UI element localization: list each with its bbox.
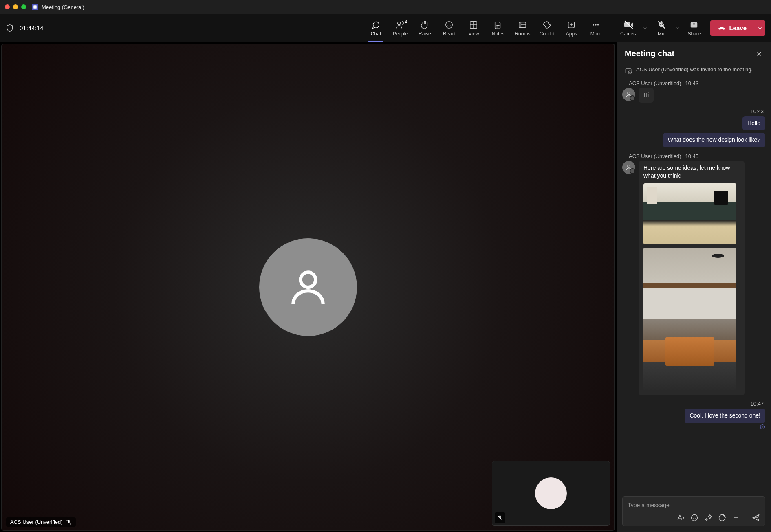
- message-bubble[interactable]: Hello: [742, 116, 765, 131]
- ai-button[interactable]: [704, 514, 712, 522]
- title-wrap: Meeting (General): [32, 4, 84, 10]
- system-message-text: ACS User (Unverified) was invited to the…: [636, 66, 753, 75]
- attached-image-1[interactable]: [643, 183, 736, 244]
- message-bubble[interactable]: What does the new design look like?: [663, 133, 765, 147]
- loop-button[interactable]: [718, 514, 726, 522]
- share-button[interactable]: Share: [682, 16, 706, 40]
- sparkle-icon: [704, 514, 712, 522]
- leave-label: Leave: [729, 24, 747, 31]
- hand-icon: [420, 20, 429, 30]
- plus-icon: [732, 514, 740, 522]
- svg-point-8: [597, 24, 599, 25]
- message-group-self: 10:43 Hello What does the new design loo…: [622, 108, 765, 147]
- message-input[interactable]: [628, 501, 760, 510]
- message-text: Here are some ideas, let me know what yo…: [643, 165, 730, 179]
- message-sender: ACS User (Unverified): [629, 80, 681, 86]
- rooms-button[interactable]: Rooms: [510, 16, 535, 40]
- message-bubble[interactable]: Hi: [639, 88, 654, 103]
- participant-name: ACS User (Unverified): [10, 519, 63, 525]
- close-chat-button[interactable]: [756, 50, 763, 57]
- sender-avatar[interactable]: [622, 161, 635, 174]
- people-icon: 2: [396, 20, 405, 30]
- message-meta: ACS User (Unverified) 10:43: [622, 80, 765, 86]
- emoji-icon: [690, 514, 698, 522]
- meeting-timer: 01:44:14: [20, 24, 43, 31]
- svg-rect-0: [33, 5, 37, 9]
- read-receipt-icon: [760, 424, 765, 430]
- camera-button[interactable]: Camera: [617, 16, 641, 40]
- copilot-button[interactable]: Copilot: [535, 16, 559, 40]
- svg-point-15: [760, 424, 765, 429]
- mic-label: Mic: [658, 31, 665, 37]
- notes-label: Notes: [492, 31, 504, 37]
- message-bubble[interactable]: Cool, I love the second one!: [685, 409, 765, 423]
- emoji-button[interactable]: [690, 514, 698, 522]
- apps-button[interactable]: Apps: [559, 16, 584, 40]
- people-button[interactable]: 2 People: [388, 16, 412, 40]
- leave-options-chevron[interactable]: [754, 20, 765, 36]
- add-button[interactable]: [732, 514, 740, 522]
- view-button[interactable]: View: [461, 16, 486, 40]
- minimize-window-button[interactable]: [13, 4, 18, 9]
- rooms-icon: [518, 20, 527, 30]
- camera-options-chevron[interactable]: [641, 26, 649, 31]
- people-label: People: [393, 31, 408, 37]
- notes-button[interactable]: Notes: [486, 16, 510, 40]
- loop-icon: [718, 514, 726, 522]
- mic-button[interactable]: Mic: [649, 16, 674, 40]
- apps-label: Apps: [566, 31, 577, 37]
- chat-title: Meeting chat: [625, 49, 674, 58]
- person-icon: [625, 91, 632, 98]
- message-time: 10:43: [685, 80, 699, 86]
- self-view[interactable]: [492, 461, 610, 526]
- emoji-icon: [445, 20, 454, 30]
- window-title: Meeting (General): [42, 4, 84, 10]
- teams-app-icon: [32, 4, 38, 10]
- react-button[interactable]: React: [437, 16, 461, 40]
- participant-avatar: [259, 238, 357, 336]
- message-group: ACS User (Unverified) 10:45 Here are som…: [622, 153, 765, 395]
- system-message: ACS User (Unverified) was invited to the…: [622, 63, 765, 80]
- chat-input-area: [617, 492, 771, 532]
- chat-label: Chat: [371, 31, 381, 37]
- svg-point-1: [398, 22, 401, 24]
- shield-icon[interactable]: [6, 24, 14, 32]
- send-button[interactable]: [752, 514, 760, 522]
- more-label: More: [590, 31, 601, 37]
- format-button[interactable]: [676, 514, 685, 522]
- close-window-button[interactable]: [5, 4, 10, 9]
- tool-divider: [746, 514, 746, 522]
- svg-point-10: [301, 272, 316, 287]
- message-bubble[interactable]: Here are some ideas, let me know what yo…: [639, 161, 745, 395]
- mic-options-chevron[interactable]: [674, 26, 682, 31]
- react-label: React: [443, 31, 456, 37]
- mic-muted-icon: [497, 515, 503, 521]
- sender-avatar[interactable]: [622, 88, 635, 101]
- raise-label: Raise: [419, 31, 431, 37]
- titlebar: Meeting (General) ···: [0, 0, 771, 14]
- format-icon: [676, 514, 685, 522]
- camera-label: Camera: [620, 31, 638, 37]
- share-label: Share: [687, 31, 701, 37]
- leave-button[interactable]: Leave: [710, 20, 754, 36]
- mic-off-icon: [657, 20, 666, 30]
- message-meta: ACS User (Unverified) 10:45: [622, 153, 765, 159]
- message-group-self: 10:47 Cool, I love the second one!: [622, 401, 765, 430]
- titlebar-more-button[interactable]: ···: [758, 3, 765, 11]
- person-icon: [286, 265, 330, 310]
- maximize-window-button[interactable]: [21, 4, 26, 9]
- grid-icon: [469, 20, 478, 30]
- chat-body[interactable]: ACS User (Unverified) was invited to the…: [617, 63, 771, 492]
- attached-image-2[interactable]: [643, 248, 736, 390]
- video-stage: ACS User (Unverified): [1, 44, 615, 531]
- chat-button[interactable]: Chat: [363, 16, 388, 40]
- chat-input-box[interactable]: [622, 496, 765, 526]
- ellipsis-icon: [591, 20, 600, 30]
- meeting-toolbar: 01:44:14 Chat 2 People Raise Re: [0, 14, 771, 42]
- person-icon: [625, 164, 632, 171]
- more-button[interactable]: More: [584, 16, 608, 40]
- copilot-icon: [542, 20, 552, 30]
- toolbar-actions: Chat 2 People Raise React View: [363, 16, 765, 40]
- mic-muted-icon: [66, 519, 72, 525]
- raise-hand-button[interactable]: Raise: [412, 16, 437, 40]
